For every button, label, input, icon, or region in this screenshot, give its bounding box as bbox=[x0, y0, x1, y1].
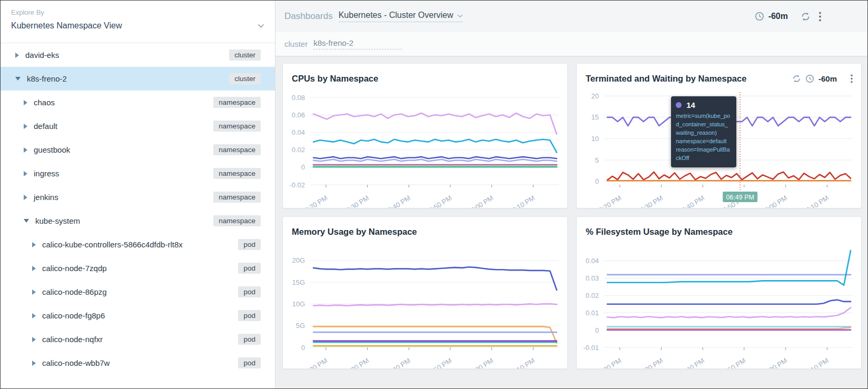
expand-arrow-icon[interactable] bbox=[15, 53, 19, 58]
grouping-selector[interactable]: Kubernetes Namespace View bbox=[11, 21, 264, 31]
svg-text:10G: 10G bbox=[292, 300, 305, 308]
tooltip-namespace-line: namespace=default bbox=[676, 137, 732, 146]
tree-item-guestbook[interactable]: guestbooknamespace bbox=[1, 138, 275, 162]
expand-arrow-icon[interactable] bbox=[32, 242, 36, 247]
tooltip-value: 14 bbox=[686, 101, 695, 109]
expand-arrow-icon[interactable] bbox=[32, 290, 36, 295]
tree-item-jenkins[interactable]: jenkinsnamespace bbox=[1, 185, 275, 209]
tree-item-calico-node-86pzg[interactable]: calico-node-86pzgpod bbox=[1, 280, 275, 304]
tree-item-type-badge: namespace bbox=[213, 121, 261, 132]
tree-item-calico-node-wbb7w[interactable]: calico-node-wbb7wpod bbox=[1, 351, 275, 375]
panel-cpus-by-namespace: CPUs by Namespace 0.080.060.040.020-0.02… bbox=[282, 63, 568, 208]
svg-text:07:10 PM: 07:10 PM bbox=[507, 356, 536, 368]
chart-canvas[interactable]: 0.040.030.020.010-0.0106:20 PM06:30 PM06… bbox=[577, 241, 861, 368]
sidebar: Explore By Kubernetes Namespace View dav… bbox=[1, 1, 275, 388]
cpus-chart[interactable]: 0.080.060.040.020-0.0206:20 PM06:30 PM06… bbox=[283, 88, 567, 208]
tooltip-reason-line: reason=ImagePullBackOff bbox=[676, 146, 732, 163]
svg-text:06:49 PM: 06:49 PM bbox=[726, 194, 754, 201]
panel-title: % Filesystem Usage by Namespace bbox=[586, 227, 733, 237]
chevron-down-icon bbox=[258, 21, 264, 31]
expand-arrow-icon[interactable] bbox=[32, 361, 36, 366]
scope-key-label: cluster bbox=[284, 39, 308, 48]
svg-text:-0.02: -0.02 bbox=[289, 181, 305, 189]
refresh-button[interactable] bbox=[801, 12, 811, 22]
panel-memory-usage: Memory Usage by Namespace 20G15G10G5G006… bbox=[282, 216, 568, 369]
tree-item-label: kube-system bbox=[35, 216, 80, 225]
terminated-waiting-chart[interactable]: 2015105006:20 PM06:30 PM06:40 PM06:50 PM… bbox=[577, 88, 861, 208]
svg-text:0: 0 bbox=[301, 163, 305, 171]
svg-text:15G: 15G bbox=[292, 278, 305, 286]
tree-item-ingress[interactable]: ingressnamespace bbox=[1, 162, 275, 185]
svg-text:06:40 PM: 06:40 PM bbox=[383, 194, 412, 208]
scope-value-field[interactable]: k8s-freno-2 bbox=[313, 38, 402, 49]
svg-text:0.01: 0.01 bbox=[586, 309, 599, 317]
svg-text:-0.01: -0.01 bbox=[583, 344, 599, 352]
tree-item-type-badge: pod bbox=[238, 334, 261, 345]
dashboard-topbar: Dashboards Kubernetes - Cluster Overview… bbox=[275, 1, 867, 32]
refresh-icon[interactable] bbox=[792, 74, 801, 83]
expand-arrow-icon[interactable] bbox=[24, 147, 27, 153]
memory-usage-chart[interactable]: 20G15G10G5G006:20 PM06:30 PM06:40 PM06:5… bbox=[283, 241, 567, 368]
tree-item-label: calico-node-7zqdp bbox=[42, 264, 107, 273]
collapse-arrow-icon[interactable] bbox=[15, 77, 21, 81]
expand-arrow-icon[interactable] bbox=[32, 337, 36, 342]
tree-item-type-badge: pod bbox=[238, 239, 261, 250]
namespace-tree: david-eksclusterk8s-freno-2clusterchaosn… bbox=[1, 43, 275, 388]
tree-item-label: calico-node-wbb7w bbox=[42, 358, 110, 367]
chart-canvas[interactable]: 20G15G10G5G006:20 PM06:30 PM06:40 PM06:5… bbox=[283, 241, 567, 368]
svg-text:5G: 5G bbox=[296, 322, 305, 330]
svg-text:06:20 PM: 06:20 PM bbox=[594, 356, 623, 368]
svg-text:07:00 PM: 07:00 PM bbox=[760, 194, 788, 208]
svg-text:0: 0 bbox=[595, 177, 599, 185]
panel-time-range[interactable]: -60m bbox=[818, 74, 837, 83]
svg-text:07:10 PM: 07:10 PM bbox=[801, 356, 830, 368]
kebab-menu-button[interactable] bbox=[819, 12, 821, 22]
svg-text:0.02: 0.02 bbox=[292, 146, 305, 154]
tooltip-metric-line: metric=sum(kube_pod_container_status_wai… bbox=[676, 112, 732, 137]
svg-text:0: 0 bbox=[301, 344, 305, 352]
tree-item-kube-system[interactable]: kube-systemnamespace bbox=[1, 209, 275, 233]
dashboards-label: Dashboards bbox=[284, 11, 333, 22]
filesystem-usage-chart[interactable]: 0.040.030.020.010-0.0106:20 PM06:30 PM06… bbox=[577, 241, 861, 368]
tree-item-david-eks[interactable]: david-ekscluster bbox=[1, 43, 275, 67]
tree-item-type-badge: cluster bbox=[229, 73, 261, 84]
explore-by-label: Explore By bbox=[11, 8, 264, 16]
tree-item-type-badge: namespace bbox=[213, 215, 261, 226]
panel-header-icons: -60m bbox=[792, 74, 853, 83]
tree-item-label: calico-node-fg8p6 bbox=[42, 311, 105, 320]
tooltip-header: 14 bbox=[676, 101, 732, 109]
tree-item-label: ingress bbox=[34, 169, 59, 178]
expand-arrow-icon[interactable] bbox=[32, 266, 36, 271]
svg-text:06:20 PM: 06:20 PM bbox=[594, 194, 623, 208]
svg-text:06:30 PM: 06:30 PM bbox=[635, 194, 664, 208]
tree-item-chaos[interactable]: chaosnamespace bbox=[1, 91, 275, 114]
chart-canvas[interactable]: 0.080.060.040.020-0.0206:20 PM06:30 PM06… bbox=[283, 88, 567, 208]
series-color-dot bbox=[676, 102, 682, 108]
clock-icon[interactable] bbox=[805, 74, 814, 83]
expand-arrow-icon[interactable] bbox=[24, 171, 27, 176]
svg-text:06:30 PM: 06:30 PM bbox=[341, 194, 370, 208]
expand-arrow-icon[interactable] bbox=[32, 313, 36, 318]
time-range-control[interactable]: -60m bbox=[755, 12, 821, 22]
tree-item-calico-node-fg8p6[interactable]: calico-node-fg8p6pod bbox=[1, 304, 275, 327]
tree-item-label: calico-kube-controllers-5866c4dfdb-rlt8x bbox=[42, 240, 183, 249]
tree-item-calico-kube-controllers-5866c4dfdb-rlt8x[interactable]: calico-kube-controllers-5866c4dfdb-rlt8x… bbox=[1, 233, 275, 256]
tree-item-calico-node-nqfxr[interactable]: calico-node-nqfxrpod bbox=[1, 327, 275, 351]
tree-item-type-badge: namespace bbox=[213, 192, 261, 203]
dashboard-selector[interactable]: Kubernetes - Cluster Overview bbox=[339, 11, 463, 22]
svg-text:06:30 PM: 06:30 PM bbox=[635, 356, 664, 368]
tree-item-default[interactable]: defaultnamespace bbox=[1, 114, 275, 138]
tree-item-calico-node-7zqdp[interactable]: calico-node-7zqdppod bbox=[1, 256, 275, 280]
expand-arrow-icon[interactable] bbox=[24, 100, 27, 105]
svg-text:0.02: 0.02 bbox=[586, 292, 599, 300]
expand-arrow-icon[interactable] bbox=[24, 124, 27, 129]
tree-item-k8s-freno-2[interactable]: k8s-freno-2cluster bbox=[1, 67, 275, 91]
svg-text:20G: 20G bbox=[292, 256, 305, 264]
expand-arrow-icon[interactable] bbox=[24, 195, 27, 200]
panel-kebab-menu[interactable] bbox=[851, 74, 853, 83]
collapse-arrow-icon[interactable] bbox=[24, 219, 29, 223]
svg-text:06:20 PM: 06:20 PM bbox=[300, 356, 329, 368]
panel-title: Memory Usage by Namespace bbox=[292, 227, 417, 237]
svg-text:5: 5 bbox=[595, 156, 599, 164]
app-window: Explore By Kubernetes Namespace View dav… bbox=[0, 0, 868, 389]
